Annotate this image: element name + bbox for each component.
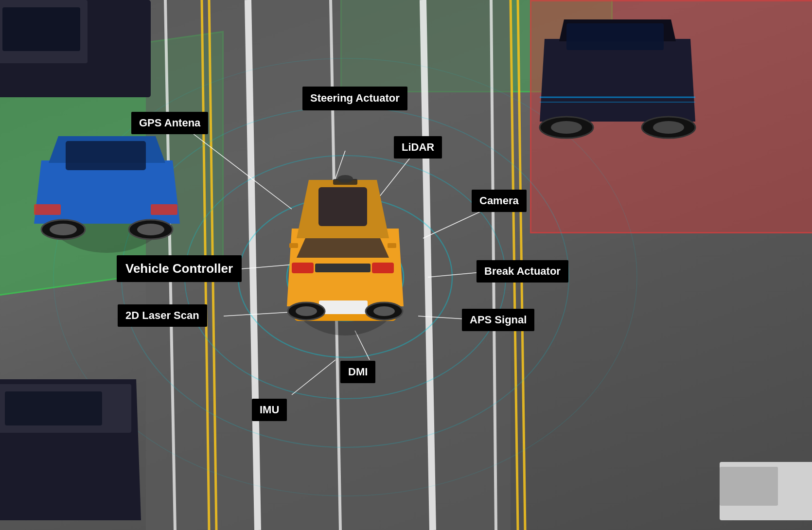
label-steering-actuator: Steering Actuator	[302, 87, 407, 110]
label-camera: Camera	[472, 190, 527, 212]
label-2d-laser-scan: 2D Laser Scan	[118, 304, 207, 327]
label-imu: IMU	[252, 399, 287, 421]
label-vehicle-controller: Vehicle Controller	[117, 255, 242, 282]
label-dmi: DMI	[340, 361, 375, 383]
scene: GPS Antena Steering Actuator LiDAR Camer…	[0, 0, 812, 530]
label-break-actuator: Break Actuator	[477, 260, 568, 283]
label-aps-signal: APS Signal	[462, 309, 534, 331]
label-gps-antena: GPS Antena	[131, 112, 208, 134]
red-zone-right	[530, 0, 812, 233]
label-lidar: LiDAR	[394, 136, 442, 159]
